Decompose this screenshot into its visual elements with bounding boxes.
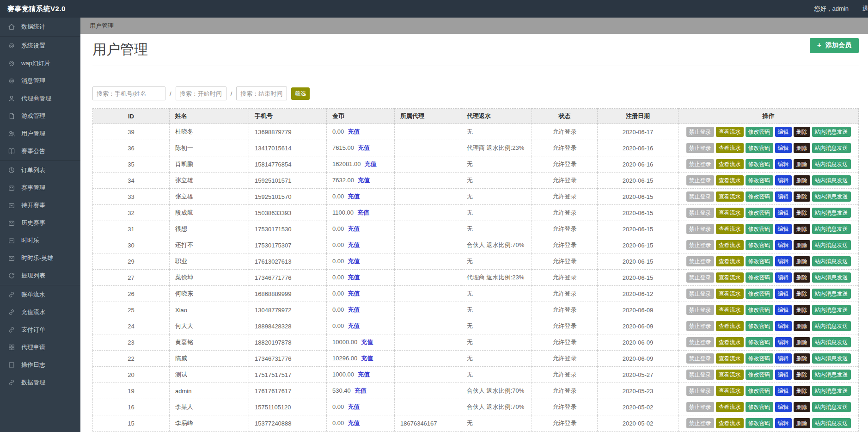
site-message-button[interactable]: 站内消息发送 (812, 353, 851, 364)
edit-button[interactable]: 编辑 (775, 191, 792, 202)
change-password-button[interactable]: 修改密码 (746, 337, 773, 347)
sidebar-item[interactable]: 支付订单 (0, 321, 80, 339)
change-password-button[interactable]: 修改密码 (746, 191, 773, 202)
delete-button[interactable]: 删除 (794, 305, 810, 315)
recharge-link[interactable]: 充值 (358, 371, 370, 378)
sidebar-item[interactable]: wap幻灯片 (0, 55, 80, 72)
ban-login-button[interactable]: 禁止登录 (686, 418, 714, 428)
sidebar-item[interactable]: 时时乐 (0, 232, 80, 249)
change-password-button[interactable]: 修改密码 (746, 402, 773, 412)
site-message-button[interactable]: 站内消息发送 (812, 224, 851, 234)
change-password-button[interactable]: 修改密码 (746, 208, 773, 218)
edit-button[interactable]: 编辑 (775, 321, 792, 331)
ban-login-button[interactable]: 禁止登录 (686, 143, 714, 153)
edit-button[interactable]: 编辑 (775, 386, 792, 396)
recharge-link[interactable]: 充值 (348, 193, 360, 200)
delete-button[interactable]: 删除 (794, 353, 810, 364)
view-flow-button[interactable]: 查看流水 (716, 256, 744, 266)
recharge-link[interactable]: 充值 (358, 177, 370, 184)
ban-login-button[interactable]: 禁止登录 (686, 127, 714, 137)
sidebar-item[interactable]: 待开赛事 (0, 197, 80, 214)
sidebar-item[interactable]: 操作日志 (0, 356, 80, 374)
change-password-button[interactable]: 修改密码 (746, 224, 773, 234)
sidebar-item[interactable]: 账单流水 (0, 286, 80, 303)
ban-login-button[interactable]: 禁止登录 (686, 289, 714, 299)
sidebar-item[interactable]: 时时乐-英雄 (0, 249, 80, 267)
search-input-start-time[interactable] (176, 86, 226, 100)
view-flow-button[interactable]: 查看流水 (716, 353, 744, 364)
edit-button[interactable]: 编辑 (775, 305, 792, 315)
view-flow-button[interactable]: 查看流水 (716, 289, 744, 299)
ban-login-button[interactable]: 禁止登录 (686, 240, 714, 250)
search-input-end-time[interactable] (236, 86, 287, 100)
edit-button[interactable]: 编辑 (775, 402, 792, 412)
view-flow-button[interactable]: 查看流水 (716, 305, 744, 315)
change-password-button[interactable]: 修改密码 (746, 289, 773, 299)
recharge-link[interactable]: 充值 (357, 209, 369, 216)
change-password-button[interactable]: 修改密码 (746, 418, 773, 428)
change-password-button[interactable]: 修改密码 (746, 159, 773, 169)
delete-button[interactable]: 删除 (794, 386, 810, 396)
edit-button[interactable]: 编辑 (775, 418, 792, 428)
delete-button[interactable]: 删除 (794, 272, 810, 283)
view-flow-button[interactable]: 查看流水 (716, 240, 744, 250)
sidebar-item[interactable]: 赛事公告 (0, 142, 80, 160)
view-flow-button[interactable]: 查看流水 (716, 143, 744, 153)
recharge-link[interactable]: 充值 (348, 225, 360, 232)
recharge-link[interactable]: 充值 (348, 306, 360, 313)
view-flow-button[interactable]: 查看流水 (716, 224, 744, 234)
site-message-button[interactable]: 站内消息发送 (812, 402, 851, 412)
ban-login-button[interactable]: 禁止登录 (686, 256, 714, 266)
change-password-button[interactable]: 修改密码 (746, 353, 773, 364)
recharge-link[interactable]: 充值 (348, 128, 360, 135)
edit-button[interactable]: 编辑 (775, 337, 792, 347)
view-flow-button[interactable]: 查看流水 (716, 337, 744, 347)
sidebar-item[interactable]: 游戏管理 (0, 107, 80, 125)
change-password-button[interactable]: 修改密码 (746, 386, 773, 396)
edit-button[interactable]: 编辑 (775, 289, 792, 299)
change-password-button[interactable]: 修改密码 (746, 321, 773, 331)
edit-button[interactable]: 编辑 (775, 272, 792, 283)
sidebar-item[interactable]: 订单列表 (0, 161, 80, 179)
edit-button[interactable]: 编辑 (775, 353, 792, 364)
delete-button[interactable]: 删除 (794, 370, 810, 380)
recharge-link[interactable]: 充值 (348, 420, 360, 426)
ban-login-button[interactable]: 禁止登录 (686, 386, 714, 396)
sidebar-item[interactable]: 充值流水 (0, 303, 80, 321)
site-message-button[interactable]: 站内消息发送 (812, 240, 851, 250)
edit-button[interactable]: 编辑 (775, 175, 792, 185)
sidebar-item[interactable]: 代理商管理 (0, 90, 80, 107)
change-password-button[interactable]: 修改密码 (746, 175, 773, 185)
delete-button[interactable]: 删除 (794, 127, 810, 137)
recharge-link[interactable]: 充值 (348, 241, 360, 248)
ban-login-button[interactable]: 禁止登录 (686, 175, 714, 185)
sidebar-item[interactable]: 赛事管理 (0, 179, 80, 197)
change-password-button[interactable]: 修改密码 (746, 370, 773, 380)
delete-button[interactable]: 删除 (794, 143, 810, 153)
site-message-button[interactable]: 站内消息发送 (812, 418, 851, 428)
view-flow-button[interactable]: 查看流水 (716, 370, 744, 380)
site-message-button[interactable]: 站内消息发送 (812, 289, 851, 299)
delete-button[interactable]: 删除 (794, 175, 810, 185)
view-flow-button[interactable]: 查看流水 (716, 272, 744, 283)
sidebar-item[interactable]: 数据统计 (0, 18, 80, 36)
edit-button[interactable]: 编辑 (775, 370, 792, 380)
change-password-button[interactable]: 修改密码 (746, 272, 773, 283)
recharge-link[interactable]: 充值 (361, 339, 373, 346)
ban-login-button[interactable]: 禁止登录 (686, 353, 714, 364)
site-message-button[interactable]: 站内消息发送 (812, 127, 851, 137)
view-flow-button[interactable]: 查看流水 (716, 127, 744, 137)
change-password-button[interactable]: 修改密码 (746, 143, 773, 153)
site-message-button[interactable]: 站内消息发送 (812, 305, 851, 315)
sidebar-item[interactable]: 用户管理 (0, 125, 80, 142)
delete-button[interactable]: 删除 (794, 224, 810, 234)
site-message-button[interactable]: 站内消息发送 (812, 321, 851, 331)
site-message-button[interactable]: 站内消息发送 (812, 386, 851, 396)
edit-button[interactable]: 编辑 (775, 256, 792, 266)
edit-button[interactable]: 编辑 (775, 240, 792, 250)
site-message-button[interactable]: 站内消息发送 (812, 256, 851, 266)
delete-button[interactable]: 删除 (794, 240, 810, 250)
sidebar-item[interactable]: 代理申请 (0, 339, 80, 356)
view-flow-button[interactable]: 查看流水 (716, 159, 744, 169)
site-message-button[interactable]: 站内消息发送 (812, 175, 851, 185)
